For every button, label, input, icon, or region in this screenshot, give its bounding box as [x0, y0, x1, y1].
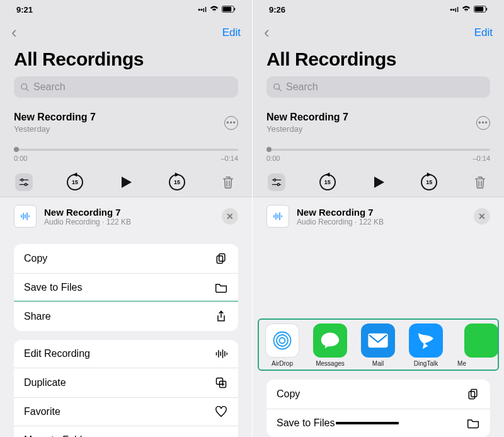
- seek-end: –0:14: [220, 154, 238, 162]
- svg-rect-18: [217, 256, 222, 264]
- skip-fwd-button[interactable]: 15: [420, 173, 438, 191]
- menu-label: Copy: [277, 388, 300, 400]
- edit-recording-action[interactable]: Edit Recording: [14, 340, 238, 368]
- svg-rect-17: [219, 254, 225, 262]
- messages-icon: [319, 331, 341, 350]
- trash-icon: [222, 175, 234, 189]
- file-thumb: [266, 205, 289, 228]
- share-file-name: New Recording 7: [297, 207, 384, 218]
- copy-action[interactable]: Copy: [266, 380, 490, 409]
- share-file-sub: Audio Recording · 122 KB: [44, 218, 131, 226]
- waveform-icon: [20, 211, 31, 222]
- back-button[interactable]: ‹: [264, 23, 270, 42]
- status-time: 9:26: [269, 5, 285, 15]
- app-label: AirDrop: [261, 360, 303, 367]
- move-to-folder-action[interactable]: Move to Folder: [14, 426, 238, 437]
- delete-button[interactable]: [471, 173, 489, 191]
- favorite-action[interactable]: Favorite: [14, 397, 238, 426]
- trash-icon: [474, 175, 486, 189]
- folder-icon: [466, 417, 480, 429]
- status-bar: 9:26 ••ıl: [253, 0, 504, 19]
- copy-icon: [466, 388, 480, 400]
- adjust-button[interactable]: [15, 173, 33, 191]
- app-label: Mail: [357, 360, 399, 367]
- back-button[interactable]: ‹: [11, 23, 17, 42]
- delete-button[interactable]: [219, 173, 237, 191]
- screenshot-left: 9:21 ••ıl ‹ Edit All Recordings Search N…: [0, 0, 252, 437]
- skip-back-button[interactable]: 15: [66, 173, 84, 191]
- skip-back-button[interactable]: 15: [319, 173, 336, 191]
- copy-action[interactable]: Copy: [14, 244, 238, 273]
- share-action[interactable]: Share: [14, 301, 238, 331]
- svg-point-7: [21, 179, 23, 181]
- search-input[interactable]: Search: [266, 76, 490, 98]
- share-icon: [214, 310, 228, 323]
- seek-start: 0:00: [14, 154, 27, 162]
- share-file-name: New Recording 7: [44, 207, 131, 218]
- mail-icon: [367, 332, 389, 349]
- duplicate-icon: [214, 376, 228, 389]
- recording-row[interactable]: New Recording 7 Yesterday •••: [253, 105, 504, 136]
- save-to-files-action[interactable]: Save to Files: [266, 409, 490, 437]
- app-label: Messages: [309, 360, 351, 367]
- save-to-files-action[interactable]: Save to Files: [14, 273, 238, 301]
- more-button[interactable]: •••: [224, 116, 238, 130]
- svg-line-4: [26, 88, 28, 91]
- seek-end: –0:14: [472, 154, 490, 162]
- sliders-icon: [272, 177, 282, 187]
- play-button[interactable]: [117, 173, 135, 191]
- app-airdrop[interactable]: AirDrop: [261, 323, 303, 367]
- duplicate-action[interactable]: Duplicate: [14, 368, 238, 397]
- signal-icon: ••ıl: [450, 6, 459, 13]
- svg-point-47: [277, 335, 288, 346]
- menu-label: Share: [24, 311, 51, 322]
- more-button[interactable]: •••: [476, 116, 490, 130]
- app-partial[interactable]: Me: [453, 323, 471, 367]
- sliders-icon: [19, 177, 29, 187]
- menu-label: Save to Files: [277, 417, 335, 428]
- svg-rect-50: [471, 390, 477, 397]
- app-messages[interactable]: Messages: [309, 323, 351, 367]
- status-icons: ••ıl: [198, 6, 236, 14]
- signal-icon: ••ıl: [198, 6, 207, 13]
- svg-rect-1: [223, 6, 232, 11]
- search-input[interactable]: Search: [14, 76, 238, 98]
- play-button[interactable]: [370, 173, 387, 191]
- app-dingtalk[interactable]: DingTalk: [405, 323, 447, 367]
- edit-button[interactable]: Edit: [474, 26, 493, 39]
- page-title: All Recordings: [253, 46, 504, 76]
- app-mail[interactable]: Mail: [357, 323, 399, 367]
- share-file-info: New Recording 7 Audio Recording · 122 KB…: [0, 197, 252, 235]
- svg-point-46: [280, 338, 285, 344]
- seek-slider[interactable]: 0:00 –0:14: [14, 149, 238, 162]
- search-placeholder: Search: [286, 81, 318, 93]
- svg-line-33: [278, 88, 281, 91]
- edit-button[interactable]: Edit: [222, 26, 241, 39]
- recording-subtitle: Yesterday: [266, 124, 348, 134]
- svg-rect-51: [469, 392, 474, 399]
- svg-rect-31: [486, 8, 487, 10]
- search-placeholder: Search: [33, 81, 66, 93]
- screenshot-right: 9:26 ••ıl ‹ Edit All Recordings Search N…: [252, 0, 504, 437]
- svg-point-37: [277, 184, 279, 185]
- recording-row[interactable]: New Recording 7 Yesterday •••: [0, 105, 252, 136]
- close-icon: ✕: [226, 211, 234, 221]
- nav-bar: ‹ Edit: [0, 19, 252, 46]
- dingtalk-icon: [415, 330, 437, 351]
- seek-slider[interactable]: 0:00 –0:14: [266, 149, 490, 162]
- recording-subtitle: Yesterday: [14, 124, 96, 134]
- menu-label: Copy: [24, 253, 47, 264]
- menu-label: Save to Files: [24, 282, 82, 293]
- close-button[interactable]: ✕: [222, 208, 238, 224]
- close-button[interactable]: ✕: [474, 208, 490, 224]
- adjust-button[interactable]: [268, 173, 285, 191]
- svg-rect-30: [475, 6, 484, 11]
- app-label: Me: [453, 360, 471, 367]
- nav-bar: ‹ Edit: [253, 19, 504, 46]
- skip-fwd-button[interactable]: 15: [168, 173, 186, 191]
- recording-name: New Recording 7: [266, 112, 348, 123]
- share-apps-row[interactable]: AirDrop Messages Mail DingTalk Me: [258, 318, 499, 371]
- play-icon: [371, 175, 386, 190]
- play-icon: [118, 175, 134, 190]
- file-thumb: [14, 205, 37, 228]
